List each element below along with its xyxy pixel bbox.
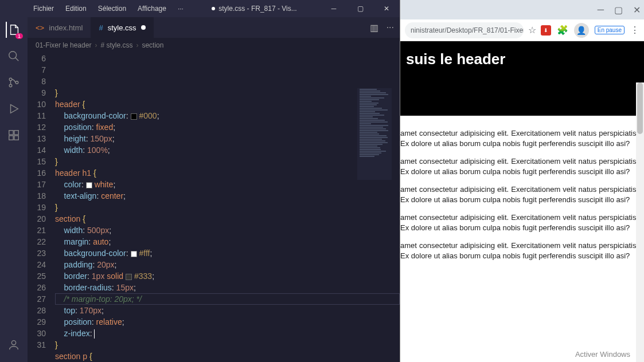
menu-item[interactable]: Edition <box>61 2 91 15</box>
window-title: style.css - FR_817 - Vis... <box>188 5 321 13</box>
main-area: 1 < <box>0 17 400 362</box>
url-bar[interactable]: ninistrateur/Desktop/FR_817/01-Fixer... <box>405 22 524 38</box>
titlebar: FichierEditionSélectionAffichage··· styl… <box>0 0 400 17</box>
list-item: amet consectetur adipisicing elit. Exerc… <box>400 156 638 176</box>
page-viewport: suis le header amet consectetur adipisic… <box>400 41 644 362</box>
tab-actions: ▥ ··· <box>370 22 400 33</box>
browser-maximize-button[interactable]: ▢ <box>614 5 623 15</box>
chrome-menu-icon[interactable]: ⋮ <box>630 25 639 36</box>
breadcrumb-item[interactable]: section <box>142 41 163 49</box>
editor-tabs: <> index.html# style.css ▥ ··· <box>28 17 400 38</box>
account-icon[interactable] <box>6 337 22 353</box>
svg-point-3 <box>15 81 18 84</box>
dirty-dot-icon <box>212 7 215 10</box>
list-item: amet consectetur adipisicing elit. Exerc… <box>400 213 638 233</box>
title-text: style.css - FR_817 - Vis... <box>218 5 296 13</box>
more-actions-icon[interactable]: ··· <box>387 22 394 33</box>
list-item: amet consectetur adipisicing elit. Exerc… <box>400 241 638 261</box>
code-lines[interactable]: }header { background-color: #000; positi… <box>55 53 400 362</box>
menu-item[interactable]: Affichage <box>133 2 171 15</box>
puzzle-icon[interactable]: 🧩 <box>557 25 568 36</box>
avatar-icon[interactable]: 👤 <box>574 23 589 38</box>
svg-point-1 <box>9 78 12 81</box>
svg-point-2 <box>9 84 12 87</box>
search-icon[interactable] <box>6 48 22 64</box>
menu-item[interactable]: Fichier <box>29 2 58 15</box>
page-header: suis le header <box>400 41 644 116</box>
minimize-button[interactable]: ─ <box>321 0 347 17</box>
window-controls: ─ ▢ ✕ <box>321 0 400 17</box>
activity-bar: 1 <box>0 17 28 362</box>
svg-point-0 <box>9 52 17 59</box>
editor-tab[interactable]: # style.css <box>91 17 153 38</box>
svg-rect-7 <box>14 136 18 140</box>
close-button[interactable]: ✕ <box>373 0 400 17</box>
menu-item[interactable]: ··· <box>173 2 188 15</box>
line-gutter: 6789101112131415161718192021222324252627… <box>28 53 55 362</box>
explorer-badge: 1 <box>15 33 23 39</box>
breadcrumb-item[interactable]: # style.css <box>100 41 132 49</box>
editor-area: <> index.html# style.css ▥ ··· 01-Fixer … <box>28 17 400 362</box>
star-icon[interactable]: ☆ <box>528 25 536 36</box>
maximize-button[interactable]: ▢ <box>347 0 373 17</box>
editor-tab[interactable]: <> index.html <box>28 17 91 38</box>
svg-rect-6 <box>9 136 13 140</box>
svg-point-8 <box>11 341 15 345</box>
svg-rect-5 <box>14 131 18 135</box>
menu-bar: FichierEditionSélectionAffichage··· <box>0 2 188 15</box>
extensions-icon[interactable] <box>6 127 22 143</box>
vscode-window: FichierEditionSélectionAffichage··· styl… <box>0 0 400 362</box>
list-item: amet consectetur adipisicing elit. Exerc… <box>400 184 638 204</box>
split-editor-icon[interactable]: ▥ <box>370 22 378 33</box>
list-item: amet consectetur adipisicing elit. Exerc… <box>400 128 638 148</box>
url-text: ninistrateur/Desktop/FR_817/01-Fixer... <box>411 26 524 34</box>
browser-close-button[interactable]: ✕ <box>633 5 641 15</box>
code-editor[interactable]: 6789101112131415161718192021222324252627… <box>28 53 400 362</box>
chrome-toolbar: ninistrateur/Desktop/FR_817/01-Fixer... … <box>400 19 644 41</box>
chrome-titlebar: ─ ▢ ✕ <box>400 0 644 19</box>
source-control-icon[interactable] <box>6 74 22 91</box>
windows-watermark: Activer Windows <box>575 350 630 359</box>
browser-minimize-button[interactable]: ─ <box>598 5 604 15</box>
breadcrumb[interactable]: 01-Fixer le header›# style.css›section <box>28 38 400 53</box>
page-section: amet consectetur adipisicing elit. Exerc… <box>400 128 644 261</box>
extension-icon[interactable]: ⬇ <box>541 25 551 36</box>
browser-window: ─ ▢ ✕ ninistrateur/Desktop/FR_817/01-Fix… <box>400 0 644 362</box>
breadcrumb-item[interactable]: 01-Fixer le header <box>36 41 91 49</box>
page-header-text: suis le header <box>406 50 505 68</box>
pause-badge[interactable]: En pause <box>595 26 625 34</box>
svg-rect-4 <box>9 131 13 135</box>
menu-item[interactable]: Sélection <box>93 2 131 15</box>
minimap[interactable] <box>357 88 392 180</box>
scrollbar-thumb[interactable] <box>637 82 643 134</box>
run-debug-icon[interactable] <box>6 101 22 117</box>
explorer-icon[interactable]: 1 <box>6 22 22 38</box>
